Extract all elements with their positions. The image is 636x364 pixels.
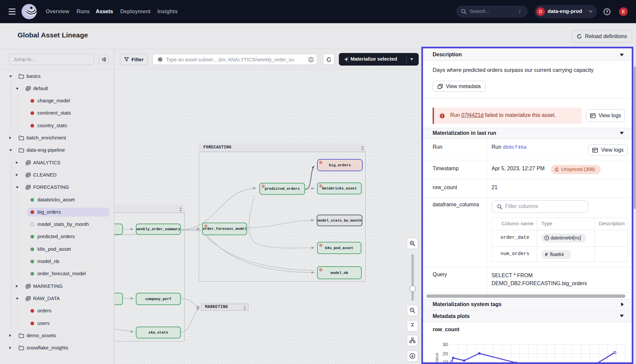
svg-text:20: 20 — [443, 351, 448, 356]
svg-text:10: 10 — [443, 359, 448, 362]
svg-text:?: ? — [606, 10, 609, 14]
svg-text:Value: Value — [434, 353, 439, 362]
svg-text:30: 30 — [443, 342, 448, 347]
